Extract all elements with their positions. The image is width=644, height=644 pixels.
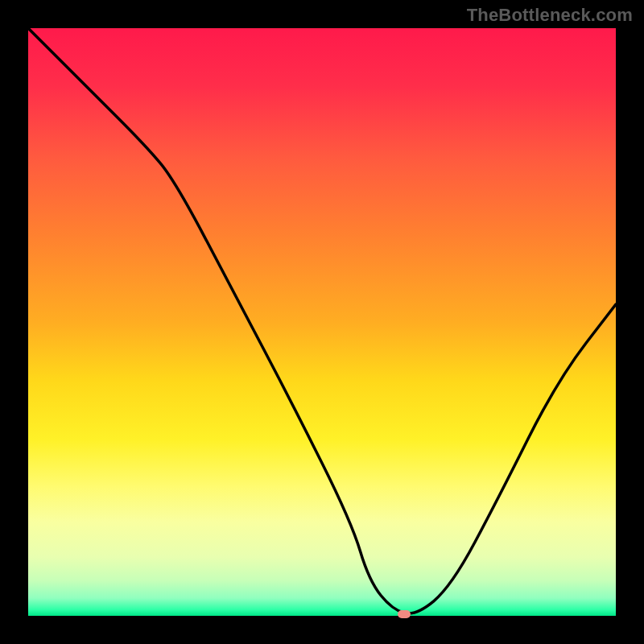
optimal-marker xyxy=(398,610,411,618)
plot-area xyxy=(28,28,616,616)
bottleneck-curve xyxy=(28,28,616,616)
watermark-text: TheBottleneck.com xyxy=(467,5,633,26)
